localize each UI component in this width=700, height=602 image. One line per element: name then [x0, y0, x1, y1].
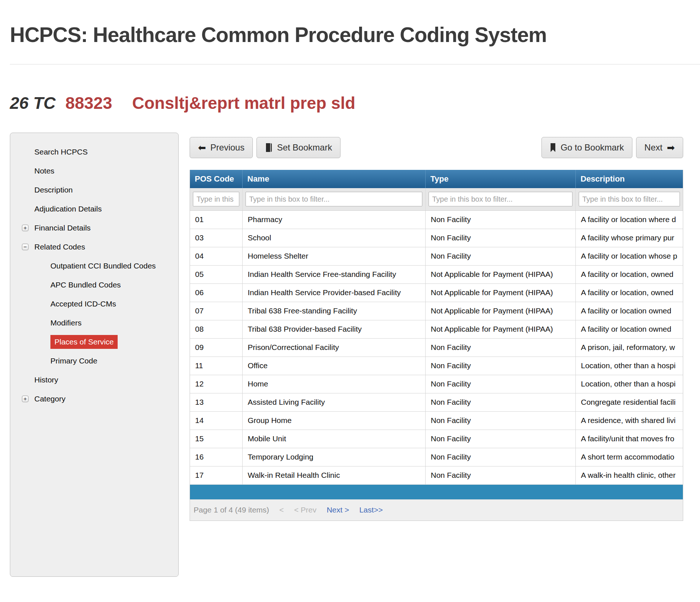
column-header-type[interactable]: Type — [426, 170, 576, 188]
sidebar-item-label[interactable]: Adjudication Details — [34, 205, 102, 213]
table-row[interactable]: 09 Prison/Correctional Facility Non Faci… — [190, 339, 683, 357]
sidebar-item-label[interactable]: Modifiers — [50, 319, 81, 327]
next-button[interactable]: Next ➡ — [636, 137, 683, 158]
cell-name: Home — [243, 375, 426, 393]
page-title: HCPCS: Healthcare Common Procedure Codin… — [10, 20, 558, 50]
filter-input-description[interactable] — [579, 192, 680, 206]
previous-button[interactable]: ⬅ Previous — [190, 137, 253, 158]
cell-name: Prison/Correctional Facility — [243, 339, 426, 357]
table-row[interactable]: 17 Walk-in Retail Health Clinic Non Faci… — [190, 466, 683, 485]
cell-type: Non Facility — [426, 466, 576, 484]
sidebar-item[interactable]: Modifiers — [10, 313, 178, 332]
column-header-description[interactable]: Description — [576, 170, 683, 188]
previous-button-label: Previous — [210, 142, 244, 153]
cell-pos-code: 14 — [190, 412, 243, 430]
cell-type: Non Facility — [426, 430, 576, 448]
sidebar-item[interactable]: Description — [10, 180, 178, 199]
table-row[interactable]: 04 Homeless Shelter Non Facility A facil… — [190, 247, 683, 266]
set-bookmark-button[interactable]: Set Bookmark — [256, 137, 341, 158]
next-button-label: Next — [644, 142, 662, 153]
cell-pos-code: 15 — [190, 430, 243, 448]
content: Search HCPCS Notes Description Adjudicat… — [10, 133, 700, 577]
cell-description: A short term accommodatio — [576, 448, 683, 466]
sidebar-item[interactable]: History — [10, 370, 178, 389]
sidebar-item[interactable]: Search HCPCS — [10, 142, 178, 161]
column-header-name[interactable]: Name — [243, 170, 426, 188]
sidebar-item[interactable]: Accepted ICD-CMs — [10, 294, 178, 313]
table-row[interactable]: 11 Office Non Facility Location, other t… — [190, 357, 683, 375]
cell-type: Not Applicable for Payment (HIPAA) — [426, 284, 576, 302]
table-row[interactable]: 05 Indian Health Service Free-standing F… — [190, 266, 683, 284]
sidebar-item[interactable]: APC Bundled Codes — [10, 275, 178, 294]
pagination-prev[interactable]: < Prev — [294, 506, 316, 514]
cell-description: Location, other than a hospi — [576, 357, 683, 375]
sidebar-item-label[interactable]: History — [34, 376, 58, 384]
sidebar-item-label[interactable]: Primary Code — [50, 357, 97, 365]
arrow-left-icon: ⬅ — [198, 143, 206, 152]
pagination-bar: Page 1 of 4 (49 items) < < Prev Next > L… — [190, 499, 683, 521]
table-body: 01 Pharmacy Non Facility A facility or l… — [190, 211, 683, 485]
filter-input-type[interactable] — [429, 192, 572, 206]
sidebar-item-label[interactable]: Search HCPCS — [34, 148, 88, 156]
sidebar-item[interactable]: + Financial Details — [10, 218, 178, 237]
table-row[interactable]: 14 Group Home Non Facility A residence, … — [190, 412, 683, 430]
sidebar-item-label[interactable]: APC Bundled Codes — [50, 281, 121, 289]
cell-type: Not Applicable for Payment (HIPAA) — [426, 320, 576, 338]
cell-name: Walk-in Retail Health Clinic — [243, 466, 426, 484]
table-row[interactable]: 03 School Non Facility A facility whose … — [190, 229, 683, 247]
table-footer-bar — [190, 485, 683, 499]
sidebar-item[interactable]: Adjudication Details — [10, 199, 178, 218]
sidebar-item-label[interactable]: Outpatient CCI Bundled Codes — [50, 262, 156, 270]
table-row[interactable]: 15 Mobile Unit Non Facility A facility/u… — [190, 430, 683, 448]
cell-type: Non Facility — [426, 339, 576, 357]
table-filter-row — [190, 188, 683, 211]
cell-type: Non Facility — [426, 229, 576, 247]
column-header-pos-code[interactable]: POS Code — [190, 170, 243, 188]
goto-bookmark-button[interactable]: Go to Bookmark — [541, 137, 632, 158]
cell-name: Indian Health Service Provider-based Fac… — [243, 284, 426, 302]
main-panel: ⬅ Previous Set Bookmark Go to Bookmark — [190, 133, 683, 521]
expand-toggle-icon[interactable]: − — [22, 244, 28, 250]
pagination-last[interactable]: Last>> — [359, 506, 383, 514]
table-row[interactable]: 01 Pharmacy Non Facility A facility or l… — [190, 211, 683, 229]
cell-pos-code: 16 — [190, 448, 243, 466]
sidebar-item[interactable]: Places of Service — [10, 332, 178, 351]
sidebar-item[interactable]: + Category — [10, 389, 178, 408]
sidebar-item[interactable]: Outpatient CCI Bundled Codes — [10, 256, 178, 275]
sidebar-item-label[interactable]: Accepted ICD-CMs — [50, 300, 116, 308]
table-row[interactable]: 07 Tribal 638 Free-standing Facility Not… — [190, 302, 683, 320]
filter-input-pos-code[interactable] — [193, 192, 239, 206]
table-row[interactable]: 08 Tribal 638 Provider-based Facility No… — [190, 320, 683, 339]
cell-description: A facility or location whose p — [576, 247, 683, 265]
table-row[interactable]: 06 Indian Health Service Provider-based … — [190, 284, 683, 302]
cell-description: A facility or location owned — [576, 302, 683, 320]
cell-type: Non Facility — [426, 247, 576, 265]
pagination-next[interactable]: Next > — [327, 506, 349, 514]
sidebar-item[interactable]: − Related Codes — [10, 237, 178, 256]
sidebar-item[interactable]: Primary Code — [10, 351, 178, 370]
table-row[interactable]: 13 Assisted Living Facility Non Facility… — [190, 393, 683, 412]
code-short-description: Consltj&reprt matrl prep sld — [132, 94, 355, 113]
expand-toggle-icon[interactable]: + — [22, 225, 28, 231]
filter-input-name[interactable] — [246, 192, 422, 206]
expand-toggle-icon[interactable]: + — [22, 396, 28, 402]
cell-name: Pharmacy — [243, 211, 426, 229]
table-header-row: POS Code Name Type Description — [190, 170, 683, 188]
sidebar-item-label[interactable]: Financial Details — [34, 224, 91, 232]
cell-pos-code: 01 — [190, 211, 243, 229]
table-row[interactable]: 16 Temporary Lodging Non Facility A shor… — [190, 448, 683, 466]
sidebar-item-label[interactable]: Category — [34, 395, 65, 403]
cell-type: Non Facility — [426, 375, 576, 393]
sidebar-item[interactable]: Notes — [10, 161, 178, 180]
cell-description: A facility whose primary pur — [576, 229, 683, 247]
book-icon — [265, 143, 273, 152]
sidebar-item-label[interactable]: Related Codes — [34, 243, 85, 251]
cell-name: School — [243, 229, 426, 247]
pagination-first[interactable]: < — [279, 506, 284, 514]
cell-description: A facility or location, owned — [576, 284, 683, 302]
table-row[interactable]: 12 Home Non Facility Location, other tha… — [190, 375, 683, 393]
sidebar-item-label[interactable]: Notes — [34, 167, 54, 175]
sidebar-item-label[interactable]: Places of Service — [50, 335, 118, 349]
sidebar-item-label[interactable]: Description — [34, 186, 73, 194]
cell-description: A facility/unit that moves fro — [576, 430, 683, 448]
